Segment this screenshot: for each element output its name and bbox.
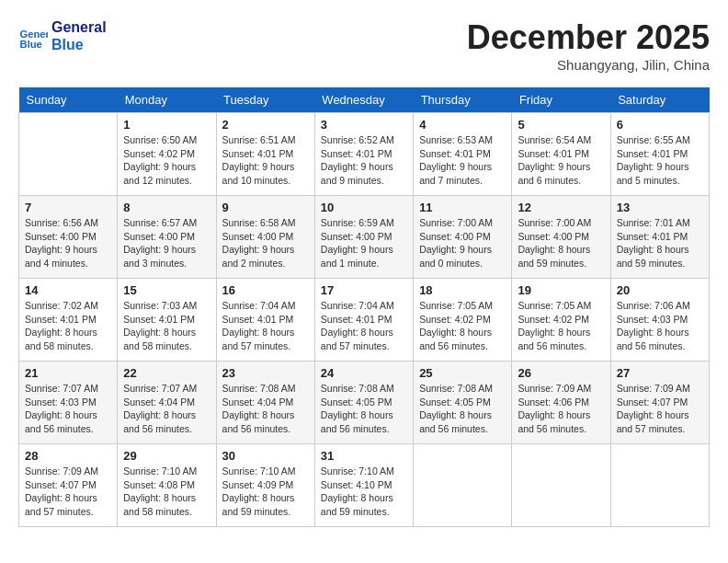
day-number: 25	[419, 366, 506, 380]
day-number: 24	[321, 366, 407, 380]
day-info: Sunrise: 7:08 AMSunset: 4:04 PMDaylight:…	[222, 382, 309, 436]
day-info: Sunrise: 7:10 AMSunset: 4:10 PMDaylight:…	[321, 465, 407, 519]
calendar-cell: 24Sunrise: 7:08 AMSunset: 4:05 PMDayligh…	[314, 362, 413, 444]
weekday-sunday: Sunday	[19, 87, 118, 113]
day-number: 1	[123, 118, 210, 132]
calendar-cell: 25Sunrise: 7:08 AMSunset: 4:05 PMDayligh…	[414, 362, 512, 444]
day-number: 29	[123, 449, 210, 463]
calendar-cell: 5Sunrise: 6:54 AMSunset: 4:01 PMDaylight…	[512, 113, 610, 196]
day-info: Sunrise: 7:04 AMSunset: 4:01 PMDaylight:…	[321, 299, 407, 353]
calendar-cell: 1Sunrise: 6:50 AMSunset: 4:02 PMDaylight…	[118, 113, 216, 196]
day-info: Sunrise: 6:55 AMSunset: 4:01 PMDaylight:…	[617, 133, 703, 188]
week-row-5: 28Sunrise: 7:09 AMSunset: 4:07 PMDayligh…	[19, 444, 710, 527]
day-info: Sunrise: 7:08 AMSunset: 4:05 PMDaylight:…	[419, 382, 506, 436]
day-info: Sunrise: 7:06 AMSunset: 4:03 PMDaylight:…	[617, 299, 703, 353]
svg-text:Blue: Blue	[20, 39, 42, 50]
day-info: Sunrise: 6:53 AMSunset: 4:01 PMDaylight:…	[419, 133, 506, 188]
calendar-body: 1Sunrise: 6:50 AMSunset: 4:02 PMDaylight…	[19, 113, 710, 527]
calendar-cell	[512, 444, 610, 527]
day-number: 19	[518, 283, 604, 297]
svg-text:General: General	[20, 29, 48, 40]
day-number: 11	[419, 201, 506, 214]
day-number: 9	[222, 201, 309, 214]
page-header: General Blue GeneralBlue December 2025 S…	[18, 18, 710, 73]
weekday-wednesday: Wednesday	[314, 87, 413, 113]
calendar-cell: 8Sunrise: 6:57 AMSunset: 4:00 PMDaylight…	[118, 196, 216, 279]
calendar-cell: 18Sunrise: 7:05 AMSunset: 4:02 PMDayligh…	[414, 279, 512, 362]
day-info: Sunrise: 7:03 AMSunset: 4:01 PMDaylight:…	[123, 299, 210, 353]
day-number: 12	[518, 201, 604, 214]
calendar-cell: 23Sunrise: 7:08 AMSunset: 4:04 PMDayligh…	[216, 362, 314, 444]
calendar-cell: 4Sunrise: 6:53 AMSunset: 4:01 PMDaylight…	[414, 113, 512, 196]
day-number: 15	[123, 283, 210, 297]
weekday-friday: Friday	[512, 87, 610, 113]
day-number: 30	[222, 449, 309, 463]
day-info: Sunrise: 7:01 AMSunset: 4:01 PMDaylight:…	[617, 216, 703, 270]
calendar-cell: 27Sunrise: 7:09 AMSunset: 4:07 PMDayligh…	[610, 362, 709, 444]
calendar-cell: 22Sunrise: 7:07 AMSunset: 4:04 PMDayligh…	[118, 362, 216, 444]
day-info: Sunrise: 6:52 AMSunset: 4:01 PMDaylight:…	[321, 133, 407, 188]
weekday-header-row: SundayMondayTuesdayWednesdayThursdayFrid…	[19, 87, 710, 113]
day-number: 31	[321, 449, 407, 463]
weekday-monday: Monday	[118, 87, 216, 113]
weekday-saturday: Saturday	[610, 87, 709, 113]
day-number: 13	[617, 201, 703, 214]
calendar-cell: 11Sunrise: 7:00 AMSunset: 4:00 PMDayligh…	[414, 196, 512, 279]
day-number: 16	[222, 283, 309, 297]
day-info: Sunrise: 7:10 AMSunset: 4:09 PMDaylight:…	[222, 465, 309, 519]
weekday-thursday: Thursday	[414, 87, 512, 113]
day-number: 3	[321, 118, 407, 132]
day-info: Sunrise: 7:00 AMSunset: 4:00 PMDaylight:…	[518, 216, 604, 270]
day-info: Sunrise: 6:51 AMSunset: 4:01 PMDaylight:…	[222, 133, 309, 188]
week-row-3: 14Sunrise: 7:02 AMSunset: 4:01 PMDayligh…	[19, 279, 710, 362]
logo-icon: General Blue	[18, 21, 48, 51]
week-row-4: 21Sunrise: 7:07 AMSunset: 4:03 PMDayligh…	[19, 362, 710, 444]
day-info: Sunrise: 7:02 AMSunset: 4:01 PMDaylight:…	[25, 299, 111, 353]
calendar-cell: 3Sunrise: 6:52 AMSunset: 4:01 PMDaylight…	[314, 113, 413, 196]
day-number: 27	[617, 366, 703, 380]
calendar-cell	[414, 444, 512, 527]
calendar-cell: 7Sunrise: 6:56 AMSunset: 4:00 PMDaylight…	[19, 196, 118, 279]
day-info: Sunrise: 7:09 AMSunset: 4:06 PMDaylight:…	[518, 382, 604, 436]
day-number: 21	[25, 366, 111, 380]
day-info: Sunrise: 6:59 AMSunset: 4:00 PMDaylight:…	[321, 216, 407, 270]
day-info: Sunrise: 6:57 AMSunset: 4:00 PMDaylight:…	[123, 216, 210, 270]
calendar-cell: 21Sunrise: 7:07 AMSunset: 4:03 PMDayligh…	[19, 362, 118, 444]
day-info: Sunrise: 7:04 AMSunset: 4:01 PMDaylight:…	[222, 299, 309, 353]
day-info: Sunrise: 7:08 AMSunset: 4:05 PMDaylight:…	[321, 382, 407, 436]
day-info: Sunrise: 6:58 AMSunset: 4:00 PMDaylight:…	[222, 216, 309, 270]
calendar-cell	[610, 444, 709, 527]
calendar-cell: 26Sunrise: 7:09 AMSunset: 4:06 PMDayligh…	[512, 362, 610, 444]
calendar-cell	[19, 113, 118, 196]
calendar-cell: 6Sunrise: 6:55 AMSunset: 4:01 PMDaylight…	[610, 113, 709, 196]
calendar-cell: 31Sunrise: 7:10 AMSunset: 4:10 PMDayligh…	[314, 444, 413, 527]
logo-text: GeneralBlue	[51, 18, 107, 53]
calendar-cell: 19Sunrise: 7:05 AMSunset: 4:02 PMDayligh…	[512, 279, 610, 362]
day-info: Sunrise: 6:54 AMSunset: 4:01 PMDaylight:…	[518, 133, 604, 188]
calendar-cell: 12Sunrise: 7:00 AMSunset: 4:00 PMDayligh…	[512, 196, 610, 279]
day-number: 8	[123, 201, 210, 214]
calendar-cell: 20Sunrise: 7:06 AMSunset: 4:03 PMDayligh…	[610, 279, 709, 362]
calendar-table: SundayMondayTuesdayWednesdayThursdayFrid…	[18, 87, 710, 527]
day-number: 28	[25, 449, 111, 463]
day-number: 17	[321, 283, 407, 297]
calendar-cell: 10Sunrise: 6:59 AMSunset: 4:00 PMDayligh…	[314, 196, 413, 279]
calendar-cell: 15Sunrise: 7:03 AMSunset: 4:01 PMDayligh…	[118, 279, 216, 362]
day-number: 23	[222, 366, 309, 380]
calendar-cell: 13Sunrise: 7:01 AMSunset: 4:01 PMDayligh…	[610, 196, 709, 279]
calendar-cell: 30Sunrise: 7:10 AMSunset: 4:09 PMDayligh…	[216, 444, 314, 527]
day-number: 22	[123, 366, 210, 380]
day-number: 7	[25, 201, 111, 214]
calendar-cell: 14Sunrise: 7:02 AMSunset: 4:01 PMDayligh…	[19, 279, 118, 362]
day-info: Sunrise: 7:10 AMSunset: 4:08 PMDaylight:…	[123, 465, 210, 519]
day-number: 10	[321, 201, 407, 214]
title-block: December 2025 Shuangyang, Jilin, China	[467, 18, 710, 73]
day-number: 18	[419, 283, 506, 297]
weekday-tuesday: Tuesday	[216, 87, 314, 113]
calendar-cell: 29Sunrise: 7:10 AMSunset: 4:08 PMDayligh…	[118, 444, 216, 527]
month-title: December 2025	[467, 18, 710, 57]
day-info: Sunrise: 7:07 AMSunset: 4:04 PMDaylight:…	[123, 382, 210, 436]
logo: General Blue GeneralBlue	[18, 18, 107, 53]
day-info: Sunrise: 7:09 AMSunset: 4:07 PMDaylight:…	[617, 382, 703, 436]
day-info: Sunrise: 7:05 AMSunset: 4:02 PMDaylight:…	[419, 299, 506, 353]
